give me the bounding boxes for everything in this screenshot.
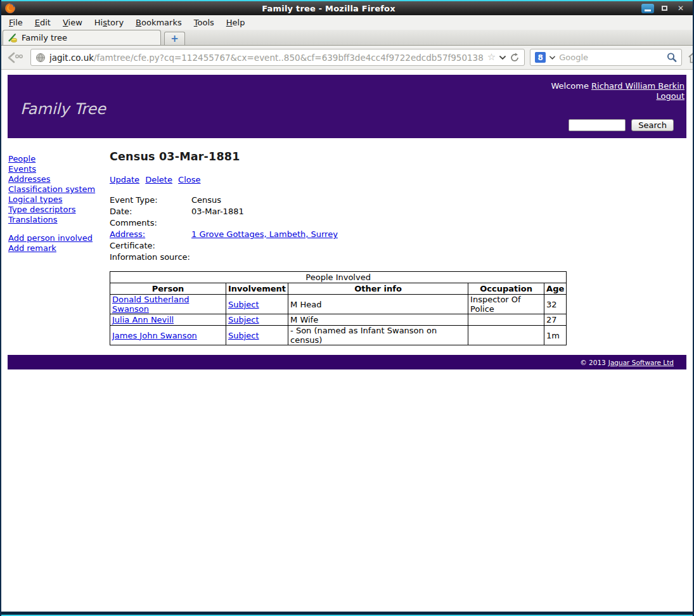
person-link[interactable]: James John Swanson (112, 331, 197, 340)
url-dropdown-icon[interactable] (499, 56, 506, 60)
detail-row-address: Address: 1 Grove Gottages, Lambeth, Surr… (110, 229, 686, 240)
menu-view[interactable]: View (63, 18, 82, 27)
search-magnifier-icon[interactable] (666, 52, 677, 63)
menu-file[interactable]: File (9, 18, 23, 27)
col-header-other-info: Other info (288, 283, 468, 295)
menu-edit[interactable]: Edit (35, 18, 51, 27)
title-bar[interactable]: Family tree - Mozilla Firefox ✕ (1, 1, 693, 15)
url-bar[interactable]: jagit.co.uk/famtree/cfe.py?cq=112455767&… (30, 49, 525, 66)
minimize-button[interactable] (641, 4, 654, 13)
person-link[interactable]: Julia Ann Nevill (112, 315, 174, 324)
user-profile-link[interactable]: Richard William Berkin (591, 81, 684, 91)
involvement-link[interactable]: Subject (228, 331, 259, 340)
new-tab-button[interactable]: + (164, 32, 185, 45)
detail-value: Census (191, 195, 221, 206)
web-search-input[interactable] (559, 53, 662, 62)
navigation-toolbar: jagit.co.uk/famtree/cfe.py?cq=112455767&… (1, 46, 693, 70)
window-title: Family tree - Mozilla Firefox (16, 4, 641, 13)
tab-bar: Family tree + (1, 30, 693, 46)
page-title: Census 03-Mar-1881 (110, 150, 686, 163)
sidebar-link-translations[interactable]: Translations (8, 215, 110, 225)
site-footer: © 2013 Jaguar Software Ltd (8, 355, 686, 369)
content-area: People Events Addresses Classification s… (1, 138, 693, 345)
age-cell: 32 (544, 295, 567, 314)
sidebar-divider (8, 225, 110, 233)
back-forward-button[interactable] (6, 51, 25, 64)
event-details: Event Type: Census Date: 03-Mar-1881 Com… (110, 195, 686, 263)
copyright-text: © 2013 (580, 359, 606, 366)
table-header-row: Person Involvement Other info Occupation… (110, 283, 567, 295)
sidebar-link-type-descriptors[interactable]: Type descriptors (8, 205, 110, 215)
window-frame-bottom (1, 612, 693, 616)
table-caption-row: People Involved (110, 272, 567, 283)
site-search-input[interactable] (569, 119, 626, 131)
sidebar-link-add-remark[interactable]: Add remark (8, 243, 110, 253)
google-engine-icon[interactable]: 8 (535, 52, 546, 63)
url-text[interactable]: jagit.co.uk/famtree/cfe.py?cq=112455767&… (49, 53, 484, 63)
involvement-link[interactable]: Subject (228, 300, 259, 309)
detail-label: Information source: (110, 252, 191, 263)
col-header-age: Age (544, 283, 567, 295)
sidebar-link-people[interactable]: People (8, 154, 110, 164)
search-engine-dropdown-icon[interactable] (549, 56, 555, 60)
sidebar-link-logical-types[interactable]: Logical types (8, 195, 110, 205)
page-viewport: Family Tree Welcome Richard William Berk… (1, 75, 693, 616)
tab-label: Family tree (22, 33, 67, 42)
site-header: Family Tree Welcome Richard William Berk… (8, 75, 686, 138)
address-label-link[interactable]: Address: (110, 229, 145, 239)
table-row: Donald Sutherland Swanson Subject M Head… (110, 295, 567, 314)
sidebar-link-addresses[interactable]: Addresses (8, 174, 110, 184)
occupation-cell (468, 326, 544, 345)
col-header-occupation: Occupation (468, 283, 544, 295)
age-cell: 1m (544, 326, 567, 345)
sidebar-link-events[interactable]: Events (8, 164, 110, 174)
maximize-button[interactable] (658, 4, 671, 13)
url-domain: jagit.co.uk (49, 53, 94, 63)
close-button[interactable]: ✕ (674, 4, 687, 13)
record-actions: Update Delete Close (110, 175, 686, 184)
detail-label: Event Type: (110, 195, 191, 206)
reload-icon[interactable] (510, 53, 520, 63)
detail-label: Date: (110, 206, 191, 217)
address-value-link[interactable]: 1 Grove Gottages, Lambeth, Surrey (191, 229, 338, 240)
close-link[interactable]: Close (178, 175, 200, 184)
occupation-cell (468, 314, 544, 326)
table-row: Julia Ann Nevill Subject M Wife 27 (110, 314, 567, 326)
home-button[interactable] (687, 51, 694, 64)
logout-link[interactable]: Logout (656, 91, 684, 101)
occupation-cell: Inspector Of Police (468, 295, 544, 314)
welcome-label: Welcome (551, 81, 591, 91)
tab-family-tree[interactable]: Family tree (3, 30, 161, 45)
detail-label: Certificate: (110, 240, 191, 252)
bookmark-star-icon[interactable]: ☆ (487, 53, 496, 62)
site-brand: Family Tree (20, 100, 106, 118)
detail-value: 03-Mar-1881 (191, 206, 244, 217)
other-info-cell: M Head (288, 295, 468, 314)
site-search-button[interactable]: Search (631, 119, 674, 131)
detail-row-comments: Comments: (110, 217, 686, 229)
menu-bookmarks[interactable]: Bookmarks (136, 18, 182, 27)
table-caption: People Involved (110, 272, 567, 283)
delete-link[interactable]: Delete (145, 175, 172, 184)
user-area: Welcome Richard William Berkin Logout (551, 81, 684, 101)
url-path: /famtree/cfe.py?cq=112455767&cx=event..8… (94, 53, 484, 63)
browser-window: Family tree - Mozilla Firefox ✕ File Edi… (0, 0, 694, 616)
menu-help[interactable]: Help (226, 18, 245, 27)
person-link[interactable]: Donald Sutherland Swanson (112, 295, 189, 314)
detail-label: Comments: (110, 217, 191, 229)
company-link[interactable]: Jaguar Software Ltd (608, 359, 674, 366)
col-header-person: Person (110, 283, 226, 295)
involvement-link[interactable]: Subject (228, 315, 259, 324)
detail-row-certificate: Certificate: (110, 240, 686, 252)
menu-tools[interactable]: Tools (194, 18, 214, 27)
other-info-cell: - Son (named as Infant Swanson on census… (288, 326, 468, 345)
col-header-involvement: Involvement (226, 283, 288, 295)
sidebar-link-classification-system[interactable]: Classification system (8, 184, 110, 195)
menu-history[interactable]: History (94, 18, 124, 27)
page-favicon (8, 33, 18, 43)
site-identity-globe-icon[interactable] (35, 53, 46, 63)
update-link[interactable]: Update (110, 175, 139, 184)
sidebar-link-add-person-involved[interactable]: Add person involved (8, 233, 110, 243)
search-bar[interactable]: 8 (530, 49, 682, 66)
main-content: Census 03-Mar-1881 Update Delete Close E… (110, 138, 686, 345)
